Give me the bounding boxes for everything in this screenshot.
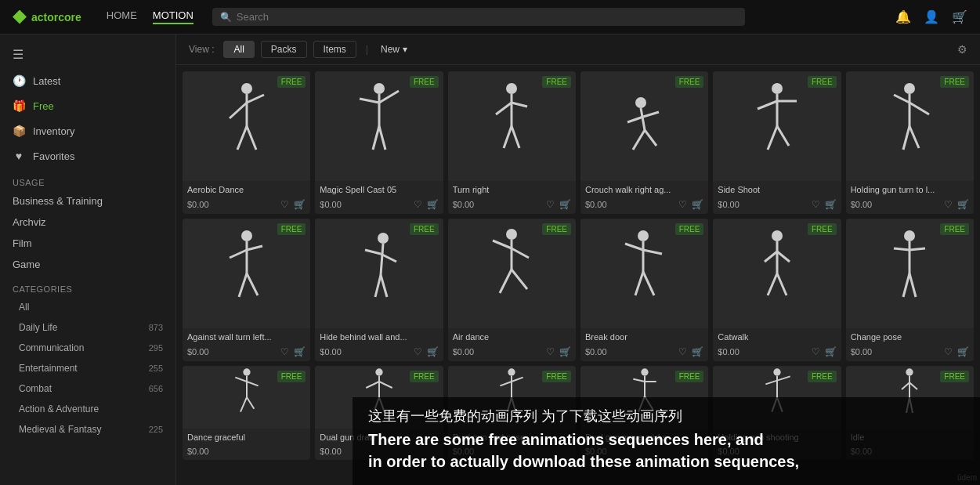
sidebar-label-favorites: Favorites (33, 150, 74, 162)
view-btn-packs[interactable]: Packs (261, 41, 307, 58)
cart-add-icon[interactable]: 🛒 (825, 199, 837, 210)
search-bar: 🔍 (212, 8, 745, 26)
svg-line-11 (379, 126, 385, 150)
sidebar-cat-combat[interactable]: Combat 656 (0, 378, 175, 399)
sidebar-item-free[interactable]: 🎁 Free (0, 93, 175, 118)
card-footer: $0.00 ♡ 🛒 (315, 196, 443, 214)
notifications-icon[interactable]: 🔔 (895, 9, 911, 24)
card-air-dance[interactable]: FREE Air dance $0.00 ♡ 🛒 (448, 219, 576, 361)
cart-add-icon[interactable]: 🛒 (692, 346, 703, 357)
sidebar-item-latest[interactable]: 🕐 Latest (0, 68, 175, 93)
svg-line-76 (240, 397, 247, 412)
nav-motion[interactable]: MOTION (153, 9, 193, 24)
card-break-door[interactable]: FREE Break door $0.00 ♡ 🛒 (580, 219, 708, 361)
wishlist-icon[interactable]: ♡ (280, 199, 289, 210)
card-change-pose[interactable]: FREE Change pose $0.00 ♡ 🛒 (846, 219, 974, 361)
card-against-wall[interactable]: FREE Against wall turn left... $0.00 ♡ 🛒 (183, 219, 310, 361)
sidebar-label-inventory: Inventory (33, 125, 74, 137)
search-input[interactable] (237, 11, 737, 23)
sidebar: ☰ 🕐 Latest 🎁 Free 📦 Inventory ♥ Favorite… (0, 34, 176, 485)
svg-line-53 (512, 270, 527, 289)
card-magic-spell[interactable]: FREE Magic Spell Cast 05 $0.00 ♡ 🛒 (315, 71, 443, 214)
wishlist-icon[interactable]: ♡ (678, 199, 687, 210)
card-title: Change pose (846, 328, 974, 343)
view-btn-all[interactable]: All (223, 41, 254, 58)
svg-line-51 (512, 248, 529, 258)
user-icon[interactable]: 👤 (924, 9, 939, 24)
svg-line-104 (902, 382, 909, 389)
card-footer: $0.00 ♡ 🛒 (315, 343, 443, 361)
wishlist-icon[interactable]: ♡ (812, 346, 820, 357)
view-btn-items[interactable]: Items (313, 41, 356, 58)
wishlist-icon[interactable]: ♡ (414, 199, 422, 210)
cart-icon[interactable]: 🛒 (952, 9, 967, 24)
card-thumbnail: FREE (315, 71, 443, 181)
wishlist-icon[interactable]: ♡ (414, 346, 422, 357)
sidebar-cat-dailylife[interactable]: Daily Life 873 (0, 317, 175, 338)
wishlist-icon[interactable]: ♡ (944, 199, 953, 210)
cart-add-icon[interactable]: 🛒 (294, 346, 306, 357)
svg-line-5 (247, 126, 256, 150)
wishlist-icon[interactable]: ♡ (546, 346, 555, 357)
sidebar-usage-business[interactable]: Business & Training (0, 190, 175, 212)
card-thumbnail: FREE (183, 366, 310, 429)
card-price: $0.00 (851, 200, 873, 209)
cart-add-icon[interactable]: 🛒 (957, 346, 969, 357)
card-thumbnail: FREE (580, 219, 708, 328)
settings-icon[interactable]: ⚙ (957, 43, 967, 56)
card-crouch-walk[interactable]: FREE Crouch walk right ag... $0.00 ♡ 🛒 (580, 71, 708, 214)
nav-home[interactable]: HOME (107, 9, 137, 24)
cart-add-icon[interactable]: 🛒 (692, 199, 703, 210)
wishlist-icon[interactable]: ♡ (944, 346, 953, 357)
sidebar-cat-medieval[interactable]: Medieval & Fantasy 225 (0, 419, 175, 440)
svg-line-56 (625, 244, 643, 250)
card-aerobic-dance[interactable]: FREE Aerobic Dance $0.00 ♡ 🛒 (183, 71, 310, 214)
svg-line-81 (379, 382, 392, 388)
cart-add-icon[interactable]: 🛒 (294, 199, 306, 210)
svg-line-52 (500, 270, 512, 293)
card-side-shoot[interactable]: FREE Side Shoot $0.00 ♡ 🛒 (713, 71, 841, 214)
card-actions: ♡ 🛒 (414, 199, 439, 210)
svg-point-36 (241, 230, 252, 241)
sidebar-usage-archviz[interactable]: Archviz (0, 212, 175, 233)
sidebar-cat-action[interactable]: Action & Adventure (0, 399, 175, 419)
card-badge: FREE (675, 371, 704, 382)
card-turn-right[interactable]: FREE Turn right $0.00 ♡ 🛒 (448, 71, 576, 214)
card-badge: FREE (808, 371, 837, 382)
sidebar-item-inventory[interactable]: 📦 Inventory (0, 118, 175, 143)
sort-dropdown[interactable]: New ▾ (381, 44, 407, 55)
svg-point-18 (635, 97, 646, 108)
card-thumbnail: FREE (846, 71, 974, 181)
svg-line-22 (633, 130, 645, 150)
card-hide-behind-wall[interactable]: FREE Hide behind wall and... $0.00 ♡ 🛒 (315, 219, 443, 361)
sidebar-usage-game[interactable]: Game (0, 254, 175, 275)
sidebar-menu-icon[interactable]: ☰ (0, 41, 175, 68)
svg-line-35 (909, 126, 919, 148)
cart-add-icon[interactable]: 🛒 (957, 199, 969, 210)
svg-line-38 (230, 250, 247, 258)
card-catwalk[interactable]: FREE Catwalk $0.00 ♡ 🛒 (713, 219, 841, 361)
sidebar-item-favorites[interactable]: ♥ Favorites (0, 143, 175, 168)
cart-add-icon[interactable]: 🛒 (559, 199, 571, 210)
card-title: Holding gun turn to l... (846, 181, 974, 196)
sidebar-cat-communication[interactable]: Communication 295 (0, 338, 175, 358)
card-actions: ♡ 🛒 (280, 346, 306, 357)
cart-add-icon[interactable]: 🛒 (559, 346, 571, 357)
wishlist-icon[interactable]: ♡ (678, 346, 687, 357)
wishlist-icon[interactable]: ♡ (546, 199, 555, 210)
card-dance-graceful[interactable]: FREE Dance graceful $0.00 (183, 366, 310, 460)
sidebar-cat-all[interactable]: All (0, 297, 175, 317)
card-badge: FREE (277, 371, 306, 382)
logo-text: actorcore (31, 11, 81, 24)
figure-svg (754, 226, 801, 320)
sidebar-usage-film[interactable]: Film (0, 233, 175, 254)
top-icons: 🔔 👤 🛒 (895, 9, 967, 24)
wishlist-icon[interactable]: ♡ (280, 346, 289, 357)
wishlist-icon[interactable]: ♡ (812, 199, 820, 210)
sidebar-cat-entertainment[interactable]: Entertainment 255 (0, 358, 175, 378)
cart-add-icon[interactable]: 🛒 (427, 346, 439, 357)
card-thumbnail: FREE (448, 71, 576, 181)
cart-add-icon[interactable]: 🛒 (825, 346, 837, 357)
cart-add-icon[interactable]: 🛒 (427, 199, 439, 210)
card-holding-gun[interactable]: FREE Holding gun turn to l... $0.00 ♡ 🛒 (846, 71, 974, 214)
